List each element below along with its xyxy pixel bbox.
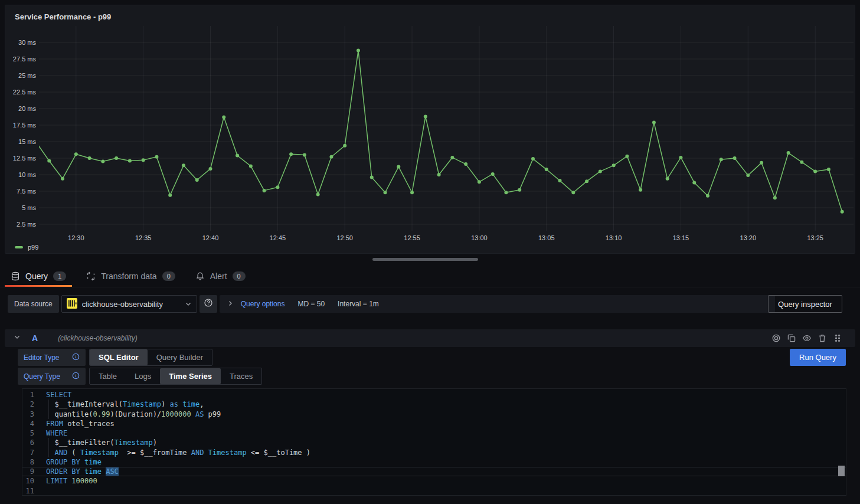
svg-text:12:50: 12:50 xyxy=(336,234,353,241)
sql-code-lines: 1SELECT2 $__timeInterval(Timestamp) as t… xyxy=(22,390,846,496)
tab-label: Transform data xyxy=(101,271,156,281)
svg-text:12:35: 12:35 xyxy=(135,234,152,241)
chart-legend: p99 xyxy=(15,244,38,251)
query-inspector-button[interactable]: Query inspector xyxy=(768,295,842,313)
sql-line: 2 $__timeInterval(Timestamp) as time, xyxy=(22,400,846,409)
sql-line-code: GROUP BY time xyxy=(34,457,102,467)
legend-series-label[interactable]: p99 xyxy=(28,244,38,251)
query-options-link[interactable]: Query options xyxy=(241,300,285,308)
info-icon[interactable] xyxy=(72,353,80,362)
sql-line-code: FROM otel_traces xyxy=(34,419,115,428)
svg-text:15 ms: 15 ms xyxy=(18,138,36,145)
tab-query[interactable]: Query 1 xyxy=(9,266,67,287)
query-ref-id[interactable]: A xyxy=(32,333,38,343)
svg-text:13:15: 13:15 xyxy=(673,234,689,241)
database-icon xyxy=(11,271,20,281)
info-icon[interactable] xyxy=(72,372,80,381)
sql-line: 3 quantile(0.99)(Duration)/1000000 AS p9… xyxy=(22,410,846,419)
panel-title[interactable]: Service Performance - p99 xyxy=(15,12,111,21)
editor-type-option-query-builder[interactable]: Query Builder xyxy=(148,349,212,365)
sql-line: 9ORDER BY time ASC xyxy=(22,467,846,476)
query-type-option-time-series[interactable]: Time Series xyxy=(160,368,221,384)
indent-guide xyxy=(48,400,49,419)
duplicate-query-icon[interactable] xyxy=(787,333,796,343)
clickhouse-logo-icon xyxy=(67,298,77,310)
line-number: 6 xyxy=(22,438,34,447)
svg-text:10 ms: 10 ms xyxy=(18,171,36,178)
query-row-header[interactable]: A (clickhouse-observability) xyxy=(5,329,855,347)
line-number: 5 xyxy=(22,428,34,438)
sql-code-editor[interactable]: 1SELECT2 $__timeInterval(Timestamp) as t… xyxy=(22,388,846,496)
svg-text:12:55: 12:55 xyxy=(404,234,420,241)
query-type-option-logs[interactable]: Logs xyxy=(126,368,160,384)
sql-line-code: $__timeFilter(Timestamp) xyxy=(34,438,157,447)
bell-icon xyxy=(195,271,205,281)
query-options-md: MD = 50 xyxy=(297,300,325,308)
svg-text:2.5 ms: 2.5 ms xyxy=(17,221,37,228)
sql-line: 7 AND ( Timestamp >= $__fromTime AND Tim… xyxy=(22,448,846,457)
legend-series-swatch[interactable] xyxy=(15,246,23,248)
sql-line-code: AND ( Timestamp >= $__fromTime AND Times… xyxy=(34,448,310,457)
drag-handle-icon[interactable] xyxy=(833,333,842,343)
run-query-button[interactable]: Run Query xyxy=(790,349,846,366)
tab-count-badge: 0 xyxy=(233,271,246,281)
editor-type-label-box: Editor Type xyxy=(18,349,86,366)
timeseries-panel: 30 ms27.5 ms25 ms22.5 ms20 ms17.5 ms15 m… xyxy=(5,5,855,254)
question-circle-icon xyxy=(204,298,213,310)
editor-type-option-sql-editor[interactable]: SQL Editor xyxy=(90,349,148,365)
svg-text:7.5 ms: 7.5 ms xyxy=(17,188,37,195)
query-type-option-table[interactable]: Table xyxy=(90,368,126,384)
sql-line-code: LIMIT 100000 xyxy=(34,476,97,486)
timeseries-chart: 30 ms27.5 ms25 ms22.5 ms20 ms17.5 ms15 m… xyxy=(5,5,856,254)
sql-line: 5WHERE xyxy=(22,428,846,438)
sql-line: 8GROUP BY time xyxy=(22,457,846,467)
query-type-row: Query Type Table Logs Time Series Traces xyxy=(18,368,262,385)
editor-type-segmented: SQL Editor Query Builder xyxy=(89,349,212,366)
svg-text:13:00: 13:00 xyxy=(471,234,488,241)
sql-line: 1SELECT xyxy=(22,390,846,400)
datasource-help-button[interactable] xyxy=(200,295,217,313)
svg-text:17.5 ms: 17.5 ms xyxy=(13,122,37,129)
svg-text:5 ms: 5 ms xyxy=(22,204,36,211)
sql-line-code: WHERE xyxy=(34,428,67,438)
sql-line-code: ORDER BY time ASC xyxy=(34,467,119,476)
query-type-label: Query Type xyxy=(24,372,60,381)
tab-alert[interactable]: Alert 0 xyxy=(194,266,247,287)
line-number: 3 xyxy=(22,410,34,419)
line-number: 9 xyxy=(22,467,34,476)
svg-text:30 ms: 30 ms xyxy=(18,39,36,46)
svg-text:12.5 ms: 12.5 ms xyxy=(13,155,37,162)
chevron-down-icon xyxy=(185,300,192,307)
query-type-option-traces[interactable]: Traces xyxy=(221,368,261,384)
svg-text:22.5 ms: 22.5 ms xyxy=(13,89,37,96)
datasource-select[interactable]: clickhouse-observability xyxy=(61,295,197,313)
disable-query-icon[interactable] xyxy=(771,333,781,343)
query-type-segmented: Table Logs Time Series Traces xyxy=(89,368,262,385)
query-section-tabs: Query 1 Transform data 0 Alert 0 xyxy=(0,266,860,287)
line-number: 7 xyxy=(22,448,34,457)
tab-label: Alert xyxy=(210,271,227,281)
line-number: 4 xyxy=(22,419,34,428)
sql-line-code: $__timeInterval(Timestamp) as time, xyxy=(34,400,204,409)
hide-response-eye-icon[interactable] xyxy=(802,333,812,343)
svg-text:12:30: 12:30 xyxy=(68,234,84,241)
sql-line-code xyxy=(34,486,46,496)
horizontal-scrollbar-thumb[interactable] xyxy=(372,258,478,261)
delete-query-trash-icon[interactable] xyxy=(818,333,827,343)
line-number: 1 xyxy=(22,390,34,400)
sql-line: 11 xyxy=(22,486,846,496)
tab-transform-data[interactable]: Transform data 0 xyxy=(85,266,176,287)
chevron-right-icon[interactable] xyxy=(227,299,234,309)
line-number: 8 xyxy=(22,457,34,467)
tab-label: Query xyxy=(25,271,48,281)
collapse-chevron-icon[interactable] xyxy=(13,333,21,343)
editor-overview-cursor-marker xyxy=(838,466,845,476)
datasource-selected-value: clickhouse-observability xyxy=(82,300,163,309)
sql-line: 6 $__timeFilter(Timestamp) xyxy=(22,438,846,447)
editor-type-row: Editor Type SQL Editor Query Builder xyxy=(18,349,212,366)
query-options-interval: Interval = 1m xyxy=(338,300,379,308)
query-datasource-note: (clickhouse-observability) xyxy=(58,334,138,342)
svg-text:13:05: 13:05 xyxy=(538,234,555,241)
sql-line: 4FROM otel_traces xyxy=(22,419,846,428)
svg-text:12:45: 12:45 xyxy=(270,234,286,241)
